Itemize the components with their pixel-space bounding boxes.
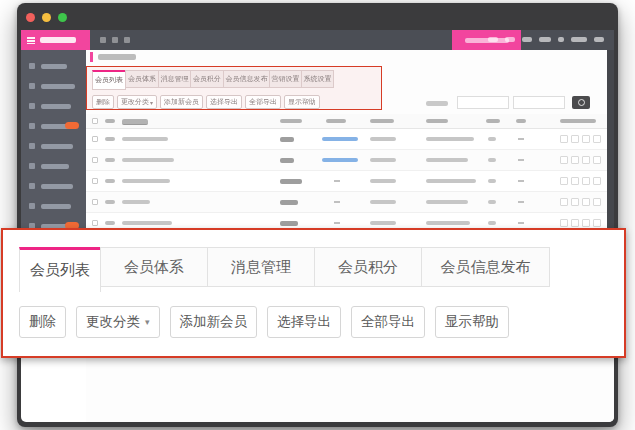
row-action-button[interactable]	[560, 219, 568, 227]
cell-email	[426, 179, 476, 183]
member-tab-small[interactable]: 系统设置	[301, 70, 334, 88]
search-button[interactable]	[572, 96, 590, 109]
sidebar-nav	[21, 50, 86, 228]
sidebar-item[interactable]	[21, 196, 86, 216]
cell-id	[105, 179, 115, 183]
cell-empty	[518, 201, 524, 203]
row-checkbox[interactable]	[92, 178, 98, 184]
cell-group	[280, 179, 302, 184]
toolbar-button-small[interactable]: 更改分类▾	[117, 95, 157, 109]
member-tab-small[interactable]: 会员体系	[125, 70, 159, 88]
member-tab[interactable]: 会员列表	[19, 247, 101, 292]
row-action-button[interactable]	[582, 135, 590, 143]
row-checkbox[interactable]	[92, 220, 98, 226]
toolbar-button-label: 更改分类	[121, 97, 149, 107]
sidebar-item[interactable]	[21, 76, 86, 96]
home-icon[interactable]	[100, 37, 106, 43]
row-checkbox[interactable]	[92, 136, 98, 142]
search-input[interactable]	[513, 96, 565, 109]
close-button[interactable]	[26, 13, 35, 22]
toolbar-button[interactable]: 更改分类▾	[76, 306, 160, 338]
member-tab-small[interactable]: 营销设置	[269, 70, 302, 88]
row-checkbox[interactable]	[92, 157, 98, 163]
row-action-button[interactable]	[571, 135, 579, 143]
sidebar-item[interactable]	[21, 136, 86, 156]
sidebar-item[interactable]	[21, 96, 86, 116]
toolbar-button[interactable]: 删除	[19, 306, 66, 338]
scrollbar[interactable]	[607, 50, 614, 250]
table-row[interactable]	[86, 192, 607, 213]
column-header	[560, 119, 596, 123]
row-action-button[interactable]	[560, 156, 568, 164]
row-action-button[interactable]	[582, 219, 590, 227]
nav-menu-item[interactable]	[522, 37, 532, 42]
member-tab[interactable]: 消息管理	[207, 247, 315, 287]
sidebar-item-icon	[29, 143, 35, 149]
row-action-button[interactable]	[560, 177, 568, 185]
cell-date	[370, 137, 396, 141]
row-action-button[interactable]	[593, 219, 601, 227]
cell-link[interactable]	[322, 137, 358, 141]
row-action-button[interactable]	[593, 198, 601, 206]
search-category-select[interactable]	[457, 96, 509, 109]
search-label	[426, 101, 448, 106]
row-action-button[interactable]	[582, 198, 590, 206]
toolbar-button[interactable]: 选择导出	[267, 306, 341, 338]
row-action-button[interactable]	[571, 219, 579, 227]
row-action-button[interactable]	[582, 177, 590, 185]
select-all-checkbox[interactable]	[92, 118, 98, 124]
sidebar-item[interactable]	[21, 56, 86, 76]
member-tab[interactable]: 会员体系	[100, 247, 208, 287]
row-action-button[interactable]	[560, 135, 568, 143]
cell-id	[105, 221, 115, 225]
table-row[interactable]	[86, 171, 607, 192]
member-tab-small[interactable]: 会员积分	[190, 70, 224, 88]
toolbar-button-small[interactable]: 添加新会员	[160, 95, 203, 109]
sidebar-item[interactable]	[21, 216, 86, 228]
nav-menu-item[interactable]	[539, 37, 551, 42]
nav-menu-item[interactable]	[505, 37, 515, 42]
toolbar-button-small[interactable]: 全部导出	[245, 95, 281, 109]
cell-link[interactable]	[322, 158, 358, 162]
nav-menu-item[interactable]	[488, 37, 498, 42]
sidebar-item[interactable]	[21, 116, 86, 136]
cell-id	[105, 137, 115, 141]
cell-email	[426, 158, 468, 162]
member-tab-small[interactable]: 会员列表	[92, 70, 126, 90]
member-tab[interactable]: 会员积分	[314, 247, 422, 287]
refresh-icon[interactable]	[112, 37, 118, 43]
member-tab-small[interactable]: 会员信息发布	[223, 70, 270, 88]
nav-menu-item[interactable]	[594, 37, 604, 42]
row-action-button[interactable]	[582, 156, 590, 164]
row-action-button[interactable]	[593, 135, 601, 143]
nav-menu-item[interactable]	[558, 37, 564, 42]
row-action-button[interactable]	[560, 198, 568, 206]
annotation-highlight-box: 会员列表会员体系消息管理会员积分会员信息发布营销设置系统设置 删除更改分类▾添加…	[86, 66, 382, 110]
table-row[interactable]	[86, 150, 607, 171]
row-action-button[interactable]	[571, 156, 579, 164]
toolbar-button[interactable]: 显示帮助	[435, 306, 509, 338]
link-icon[interactable]	[124, 37, 130, 43]
table-row[interactable]	[86, 129, 607, 150]
toolbar-button[interactable]: 全部导出	[351, 306, 425, 338]
cell-username	[122, 179, 170, 183]
toolbar-button-small[interactable]: 选择导出	[206, 95, 242, 109]
sidebar-item[interactable]	[21, 156, 86, 176]
cell-empty	[518, 159, 524, 161]
row-action-button[interactable]	[571, 198, 579, 206]
row-checkbox[interactable]	[92, 199, 98, 205]
row-action-button[interactable]	[593, 177, 601, 185]
toolbar-button-small[interactable]: 删除	[92, 95, 114, 109]
toolbar-button-label: 全部导出	[361, 313, 415, 331]
toolbar-button-small[interactable]: 显示帮助	[284, 95, 320, 109]
sidebar-item[interactable]	[21, 176, 86, 196]
app-logo[interactable]	[21, 30, 90, 50]
member-tab-small[interactable]: 消息管理	[158, 70, 191, 88]
toolbar-button[interactable]: 添加新会员	[170, 306, 258, 338]
nav-menu-item[interactable]	[571, 37, 587, 42]
maximize-button[interactable]	[58, 13, 67, 22]
row-action-button[interactable]	[593, 156, 601, 164]
member-tab[interactable]: 会员信息发布	[421, 247, 550, 287]
minimize-button[interactable]	[42, 13, 51, 22]
row-action-button[interactable]	[571, 177, 579, 185]
